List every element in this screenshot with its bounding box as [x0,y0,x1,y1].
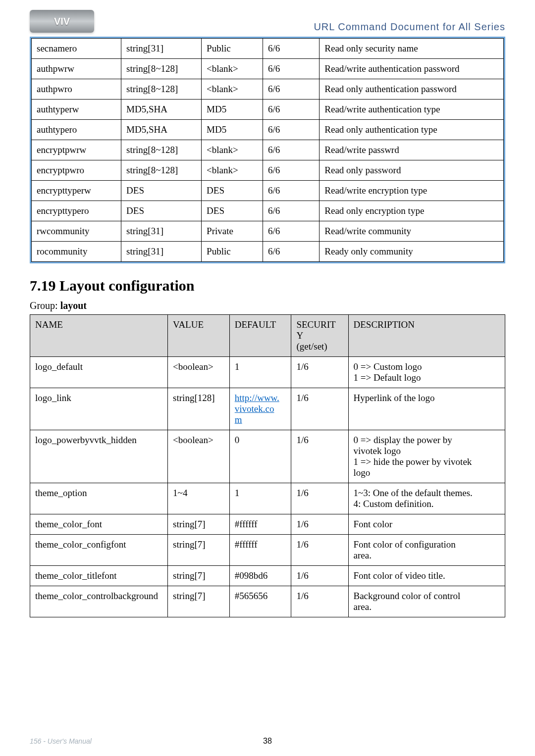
cell-sec: 6/6 [263,242,319,262]
cell-desc: Read/write authentication type [320,100,504,120]
cell-value: string[8~128] [121,59,202,79]
cell-name: authpwrw [32,59,121,79]
table-row: authpwrwstring[8~128]<blank>6/6Read/writ… [32,59,504,79]
cell-name: logo_default [30,357,168,388]
cell-value: DES [121,201,202,221]
cell-description: Hyperlink of the logo [348,388,505,430]
group-label: Group: layout [30,300,505,311]
cell-security: 1/6 [291,535,348,566]
brand-logo: VIV [30,10,94,33]
cell-name: theme_color_font [30,514,168,535]
cell-default: 1 [229,357,291,388]
table-row: encryptpwrwstring[8~128]<blank>6/6Read/w… [32,140,504,160]
table-row: theme_color_controlbackgroundstring[7]#5… [30,586,505,617]
brand-logo-text: VIV [54,16,70,27]
cell-sec: 6/6 [263,140,319,160]
cell-value: string[31] [121,39,202,59]
table-row: encryptpwrostring[8~128]<blank>6/6Read o… [32,160,504,181]
cell-sec: 6/6 [263,120,319,140]
logo-link-url[interactable]: http://www. [235,393,279,403]
param-table-top: secnamerostring[31]Public6/6Read only se… [31,38,504,262]
cell-name: encrypttyperw [32,181,121,201]
cell-sec: 6/6 [263,201,319,221]
cell-sec: 6/6 [263,59,319,79]
cell-desc: Read/write community [320,221,504,242]
cell-name: logo_link [30,388,168,430]
cell-desc: Read only authentication password [320,79,504,100]
table-row: theme_color_configfontstring[7]#ffffff1/… [30,535,505,566]
cell-default: #ffffff [229,535,291,566]
table-row: logo_default<boolean>11/60 => Custom log… [30,357,505,388]
param-table-layout: NAME VALUE DEFAULT SECURIT Y (get/set) D… [30,314,505,617]
cell-value: MD5,SHA [121,120,202,140]
table-row: authtyperoMD5,SHAMD56/6Read only authent… [32,120,504,140]
logo-link-url[interactable]: m [235,414,242,425]
cell-value: string[8~128] [121,160,202,181]
col-value: VALUE [168,315,230,357]
doc-title: URL Command Document for All Series [314,21,505,33]
cell-desc: Read/write authentication password [320,59,504,79]
footer-page-number: 38 [263,737,272,746]
cell-name: rocommunity [32,242,121,262]
cell-description: 1~3: One of the default themes.4: Custom… [348,483,505,514]
col-description: DESCRIPTION [348,315,505,357]
cell-name: authtyperw [32,100,121,120]
cell-def: <blank> [202,59,263,79]
col-security-l3: (get/set) [296,341,343,352]
cell-desc: Read only security name [320,39,504,59]
cell-security: 1/6 [291,586,348,617]
cell-sec: 6/6 [263,221,319,242]
cell-value: string[31] [121,221,202,242]
cell-def: DES [202,181,263,201]
cell-description: Font color [348,514,505,535]
cell-desc: Ready only community [320,242,504,262]
content-frame: secnamerostring[31]Public6/6Read only se… [30,37,505,263]
group-name: layout [60,300,87,311]
cell-desc: Read/write encryption type [320,181,504,201]
cell-default: #098bd6 [229,566,291,586]
cell-sec: 6/6 [263,181,319,201]
logo-link-url[interactable]: vivotek.co [235,403,274,414]
cell-desc: Read only authentication type [320,120,504,140]
cell-description: 0 => Custom logo1 => Default logo [348,357,505,388]
cell-name: encryptpwro [32,160,121,181]
table-row: theme_option1~411/61~3: One of the defau… [30,483,505,514]
page-header: VIV URL Command Document for All Series [30,10,505,33]
cell-security: 1/6 [291,566,348,586]
table-row: logo_powerbyvvtk_hidden<boolean>01/60 =>… [30,430,505,483]
table-row: theme_color_fontstring[7]#ffffff1/6Font … [30,514,505,535]
table-row: rocommunitystring[31]Public6/6Ready only… [32,242,504,262]
table-row: authtyperwMD5,SHAMD56/6Read/write authen… [32,100,504,120]
cell-value: string[8~128] [121,140,202,160]
page-footer: 156 - User's Manual 38 [0,737,535,745]
col-name: NAME [30,315,168,357]
cell-name: encryptpwrw [32,140,121,160]
cell-def: DES [202,201,263,221]
cell-value: <boolean> [168,430,230,483]
cell-name: logo_powerbyvvtk_hidden [30,430,168,483]
cell-def: MD5 [202,100,263,120]
section-heading: 7.19 Layout configuration [30,277,505,294]
cell-name: rwcommunity [32,221,121,242]
cell-value: string[8~128] [121,79,202,100]
table-row: logo_linkstring[128]http://www.vivotek.c… [30,388,505,430]
cell-value: string[7] [168,566,230,586]
table-row: encrypttyperwDESDES6/6Read/write encrypt… [32,181,504,201]
cell-name: theme_color_controlbackground [30,586,168,617]
table-row: authpwrostring[8~128]<blank>6/6Read only… [32,79,504,100]
cell-value: 1~4 [168,483,230,514]
cell-def: MD5 [202,120,263,140]
table-row: encrypttyperoDESDES6/6Read only encrypti… [32,201,504,221]
cell-value: MD5,SHA [121,100,202,120]
table-row: rwcommunitystring[31]Private6/6Read/writ… [32,221,504,242]
cell-def: <blank> [202,140,263,160]
cell-default: 1 [229,483,291,514]
cell-security: 1/6 [291,430,348,483]
cell-def: Public [202,242,263,262]
cell-desc: Read only password [320,160,504,181]
cell-value: string[128] [168,388,230,430]
cell-value: string[7] [168,514,230,535]
cell-default: #ffffff [229,514,291,535]
cell-name: authtypero [32,120,121,140]
cell-sec: 6/6 [263,160,319,181]
